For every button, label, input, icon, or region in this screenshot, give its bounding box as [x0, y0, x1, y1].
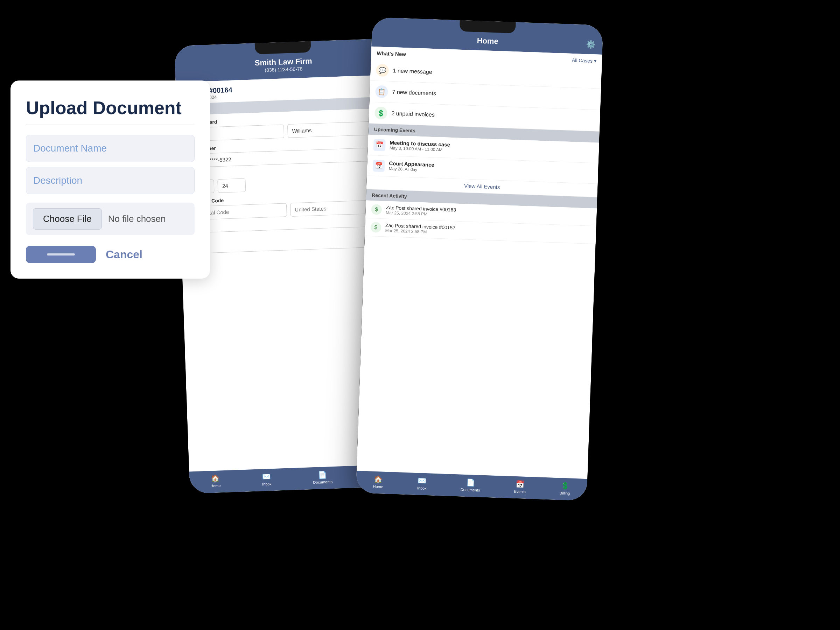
nav2-documents[interactable]: 📄 Documents — [461, 478, 480, 493]
nav2-home-label: Home — [373, 485, 383, 489]
activity-1-details: Zac Post shared invoice #00163 Mar 25, 2… — [386, 205, 456, 218]
home-title: Home — [477, 36, 498, 46]
nav-home-label: Home — [210, 483, 221, 488]
whats-new-label: What's New — [377, 50, 406, 57]
zip-group: Zip/Postal Code — [186, 192, 390, 220]
card-number-group: Card Number CVV ••• — [185, 139, 388, 167]
nav-documents-label: Documents — [313, 480, 333, 485]
submit-upload-button[interactable] — [26, 246, 96, 263]
nav2-inbox-icon: ✉️ — [418, 476, 427, 485]
notes-input[interactable] — [188, 226, 392, 254]
nav2-events-label: Events — [514, 489, 526, 494]
meeting-event-icon: 📅 — [373, 139, 386, 151]
phone-2-bottom-nav: 🏠 Home ✉️ Inbox 📄 Documents 📅 Events 💲 — [355, 471, 587, 501]
event-meeting-details: Meeting to discuss case May 3, 10:00 AM … — [390, 140, 450, 153]
choose-file-button[interactable]: Choose File — [33, 208, 102, 230]
all-cases-filter[interactable]: All Cases ▾ — [572, 57, 597, 63]
message-notif-text: 1 new message — [393, 68, 432, 75]
nav2-inbox-label: Inbox — [417, 486, 427, 490]
gear-icon[interactable]: ⚙️ — [586, 40, 596, 49]
upload-document-card: Upload Document Choose File No file chos… — [11, 81, 210, 279]
nav-documents[interactable]: 📄 Documents — [313, 470, 333, 485]
nav-inbox[interactable]: ✉️ Inbox — [262, 472, 272, 486]
notes-group: Notes — [188, 218, 392, 255]
divider — [26, 125, 194, 125]
nav2-documents-label: Documents — [461, 488, 480, 493]
home-icon: 🏠 — [211, 474, 220, 483]
nav2-events-icon: 📅 — [516, 480, 525, 489]
nav-inbox-label: Inbox — [262, 482, 272, 486]
upload-input-group — [26, 135, 194, 194]
upload-title: Upload Document — [26, 97, 194, 118]
phone-home: Home ⚙️ What's New All Cases ▾ 💬 1 new m… — [355, 17, 603, 501]
invoice-notif-text: 2 unpaid invoices — [391, 110, 435, 118]
court-event-icon: 📅 — [373, 159, 385, 172]
no-file-text: No file chosen — [108, 213, 166, 224]
phones-container: Smith Law Firm (838) 1234-56-78 Invoice … — [161, 14, 826, 630]
nav2-billing-label: Billing — [560, 491, 570, 495]
file-upload-row: Choose File No file chosen — [26, 203, 194, 235]
activity-1-icon: $ — [371, 204, 382, 215]
phone-notch-2 — [459, 20, 516, 33]
button-line-decoration — [47, 253, 75, 256]
nav2-billing[interactable]: 💲 Billing — [560, 481, 570, 495]
docs-notif-icon: 📋 — [375, 85, 388, 98]
docs-notif-text: 7 new documents — [392, 89, 436, 96]
name-on-card-group: Name on Card — [184, 113, 387, 141]
nav2-home[interactable]: 🏠 Home — [373, 475, 384, 489]
exp-year-input[interactable] — [217, 178, 246, 193]
inbox-icon: ✉️ — [262, 472, 271, 481]
nav2-inbox[interactable]: ✉️ Inbox — [417, 476, 427, 490]
nav2-documents-icon: 📄 — [466, 478, 475, 487]
description-input[interactable] — [26, 167, 194, 194]
phone-2-screen: Home ⚙️ What's New All Cases ▾ 💬 1 new m… — [355, 17, 603, 501]
nav2-events[interactable]: 📅 Events — [514, 480, 526, 494]
expiration-group: Expiration — [186, 166, 390, 194]
documents-icon: 📄 — [318, 471, 327, 479]
nav2-home-icon: 🏠 — [374, 475, 383, 484]
document-name-input[interactable] — [26, 135, 194, 162]
activity-2-icon: $ — [370, 222, 381, 233]
event-court-details: Court Appearance May 26, All day — [389, 160, 434, 173]
nav2-billing-icon: 💲 — [561, 481, 570, 490]
activity-2-details: Zac Post shared invoice #00157 Mar 25, 2… — [385, 223, 455, 235]
nav-home[interactable]: 🏠 Home — [210, 474, 221, 488]
cancel-button[interactable]: Cancel — [106, 248, 142, 261]
invoice-notif-icon: 💲 — [374, 106, 387, 119]
message-notif-icon: 💬 — [376, 64, 389, 77]
upload-actions: Cancel — [26, 246, 194, 263]
phone-notch-1 — [255, 41, 311, 55]
